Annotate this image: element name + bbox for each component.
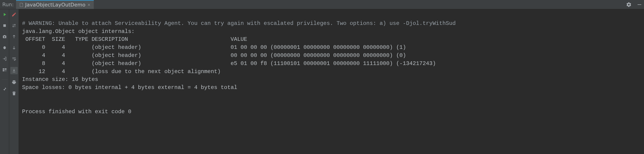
console-row: 8 4 (object header) e5 01 00 f8 (1110010…: [22, 60, 436, 67]
console-row: 12 4 (loss due to the next object alignm…: [22, 68, 221, 75]
console-columns: OFFSET SIZE TYPE DESCRIPTION VALUE: [22, 36, 247, 42]
svg-rect-1: [3, 24, 6, 27]
trash-icon[interactable]: [11, 90, 17, 96]
pin-icon[interactable]: [2, 86, 8, 92]
print-icon[interactable]: [11, 79, 17, 85]
run-gutter-primary: [0, 9, 9, 154]
svg-rect-0: [638, 4, 641, 5]
stop-icon[interactable]: [2, 23, 8, 29]
edit-pencil-icon[interactable]: [11, 12, 17, 18]
hide-icon[interactable]: [637, 2, 642, 7]
console-warning-line: # WARNING: Unable to attach Serviceabili…: [22, 20, 456, 27]
console-line: Instance size: 16 bytes: [22, 76, 98, 83]
bug-icon[interactable]: [2, 45, 8, 51]
soft-wrap-icon[interactable]: [11, 56, 17, 62]
gear-icon[interactable]: [626, 2, 632, 7]
camera-icon[interactable]: [2, 34, 8, 40]
run-gutter-secondary: [9, 9, 19, 154]
console-line: java.lang.Object object internals:: [22, 28, 135, 35]
arrow-up-icon[interactable]: [11, 34, 17, 40]
svg-point-2: [4, 36, 5, 38]
close-icon[interactable]: [87, 3, 90, 7]
svg-rect-6: [4, 70, 6, 71]
svg-rect-5: [2, 70, 4, 71]
console-exit-line: Process finished with exit code 0: [22, 109, 131, 115]
run-tab-label: JavaObjectLayOutDemo: [25, 2, 86, 7]
svg-rect-3: [2, 68, 4, 70]
console-output[interactable]: # WARNING: Unable to attach Serviceabili…: [19, 9, 644, 154]
console-row: 0 4 (object header) 01 00 00 00 (0000000…: [22, 44, 406, 50]
svg-rect-4: [4, 68, 6, 70]
rerun-icon[interactable]: [2, 12, 8, 18]
run-tool-header: Run: JavaObjectLayOutDemo: [0, 0, 644, 9]
console-line: Space losses: 0 bytes internal + 4 bytes…: [22, 84, 237, 91]
run-label: Run:: [2, 2, 16, 7]
java-class-file-icon: [19, 3, 24, 7]
console-row: 4 4 (object header) 00 00 00 00 (0000000…: [22, 52, 406, 58]
exit-icon[interactable]: [2, 56, 8, 62]
layout-icon[interactable]: [2, 67, 8, 73]
step-down-up-icon[interactable]: [11, 23, 17, 29]
scroll-to-end-icon[interactable]: [10, 67, 18, 74]
arrow-down-icon[interactable]: [11, 45, 17, 51]
run-tab-JavaObjectLayOutDemo[interactable]: JavaObjectLayOutDemo: [16, 0, 94, 9]
